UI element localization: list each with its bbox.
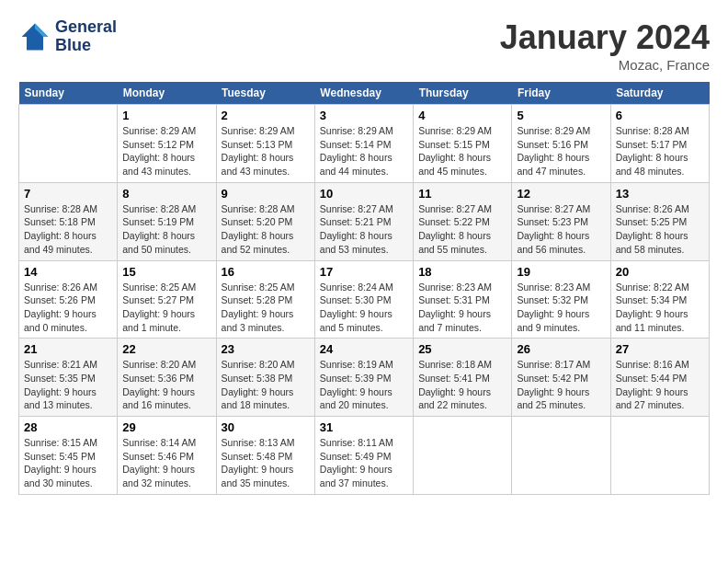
day-number: 15 [122, 265, 210, 279]
day-info: Sunrise: 8:28 AMSunset: 5:19 PMDaylight:… [122, 202, 210, 257]
logo-line2: Blue [55, 37, 117, 55]
calendar-cell: 25Sunrise: 8:18 AMSunset: 5:41 PMDayligh… [414, 339, 512, 417]
calendar-cell [414, 417, 512, 495]
day-number: 6 [616, 109, 704, 122]
calendar-cell [610, 417, 709, 495]
calendar-cell: 24Sunrise: 8:19 AMSunset: 5:39 PMDayligh… [314, 339, 413, 417]
calendar-cell: 31Sunrise: 8:11 AMSunset: 5:49 PMDayligh… [314, 417, 413, 495]
day-info: Sunrise: 8:29 AMSunset: 5:15 PMDaylight:… [418, 124, 506, 178]
day-number: 11 [418, 187, 506, 201]
calendar-cell: 21Sunrise: 8:21 AMSunset: 5:35 PMDayligh… [19, 339, 118, 417]
day-number: 13 [616, 187, 704, 201]
day-info: Sunrise: 8:29 AMSunset: 5:13 PMDaylight:… [222, 124, 310, 178]
calendar-cell: 14Sunrise: 8:26 AMSunset: 5:26 PMDayligh… [19, 260, 118, 339]
day-info: Sunrise: 8:26 AMSunset: 5:25 PMDaylight:… [616, 202, 704, 257]
calendar-cell: 15Sunrise: 8:25 AMSunset: 5:27 PMDayligh… [118, 260, 216, 339]
day-info: Sunrise: 8:28 AMSunset: 5:20 PMDaylight:… [222, 202, 310, 257]
day-number: 8 [122, 187, 210, 201]
calendar-cell [512, 417, 610, 495]
day-info: Sunrise: 8:26 AMSunset: 5:26 PMDaylight:… [24, 281, 112, 335]
weekday-header: Saturday [610, 82, 709, 105]
location: Mozac, France [500, 57, 710, 73]
day-number: 31 [320, 420, 408, 434]
calendar-cell: 28Sunrise: 8:15 AMSunset: 5:45 PMDayligh… [19, 417, 118, 495]
day-number: 12 [517, 187, 605, 201]
weekday-header: Tuesday [216, 82, 314, 105]
day-number: 3 [320, 109, 408, 122]
day-info: Sunrise: 8:28 AMSunset: 5:17 PMDaylight:… [616, 124, 704, 178]
day-number: 22 [122, 342, 210, 356]
calendar-cell: 22Sunrise: 8:20 AMSunset: 5:36 PMDayligh… [118, 339, 216, 417]
day-number: 1 [122, 109, 210, 122]
weekday-header: Monday [118, 82, 216, 105]
weekday-header: Thursday [414, 82, 512, 105]
day-info: Sunrise: 8:18 AMSunset: 5:41 PMDaylight:… [418, 358, 506, 412]
calendar-cell: 13Sunrise: 8:26 AMSunset: 5:25 PMDayligh… [610, 182, 709, 260]
weekday-header-row: SundayMondayTuesdayWednesdayThursdayFrid… [19, 82, 710, 105]
calendar-week-row: 1Sunrise: 8:29 AMSunset: 5:12 PMDaylight… [19, 105, 710, 183]
day-number: 10 [320, 187, 408, 201]
day-info: Sunrise: 8:20 AMSunset: 5:38 PMDaylight:… [222, 358, 310, 412]
day-info: Sunrise: 8:13 AMSunset: 5:48 PMDaylight:… [222, 436, 310, 490]
calendar-cell: 11Sunrise: 8:27 AMSunset: 5:22 PMDayligh… [414, 182, 512, 260]
calendar-cell: 27Sunrise: 8:16 AMSunset: 5:44 PMDayligh… [610, 339, 709, 417]
day-info: Sunrise: 8:29 AMSunset: 5:12 PMDaylight:… [122, 124, 210, 178]
logo-line1: General [55, 18, 117, 37]
day-info: Sunrise: 8:29 AMSunset: 5:16 PMDaylight:… [517, 124, 605, 178]
day-info: Sunrise: 8:16 AMSunset: 5:44 PMDaylight:… [616, 358, 704, 412]
calendar-cell: 30Sunrise: 8:13 AMSunset: 5:48 PMDayligh… [216, 417, 314, 495]
calendar-cell: 18Sunrise: 8:23 AMSunset: 5:31 PMDayligh… [414, 260, 512, 339]
weekday-header: Sunday [19, 82, 118, 105]
calendar-cell: 29Sunrise: 8:14 AMSunset: 5:46 PMDayligh… [118, 417, 216, 495]
logo-text: General Blue [55, 18, 117, 55]
day-number: 2 [222, 109, 310, 122]
day-number: 4 [418, 109, 506, 122]
calendar-cell: 12Sunrise: 8:27 AMSunset: 5:23 PMDayligh… [512, 182, 610, 260]
day-info: Sunrise: 8:17 AMSunset: 5:42 PMDaylight:… [517, 358, 605, 412]
calendar-cell: 10Sunrise: 8:27 AMSunset: 5:21 PMDayligh… [314, 182, 413, 260]
calendar-cell: 8Sunrise: 8:28 AMSunset: 5:19 PMDaylight… [118, 182, 216, 260]
page-header: General Blue January 2024 Mozac, France [18, 18, 710, 73]
calendar-week-row: 14Sunrise: 8:26 AMSunset: 5:26 PMDayligh… [19, 260, 710, 339]
day-info: Sunrise: 8:23 AMSunset: 5:31 PMDaylight:… [418, 281, 506, 335]
logo: General Blue [18, 18, 117, 55]
title-block: January 2024 Mozac, France [500, 18, 710, 73]
day-number: 24 [320, 342, 408, 356]
day-number: 7 [24, 187, 112, 201]
day-number: 21 [24, 342, 112, 356]
day-number: 26 [517, 342, 605, 356]
calendar-cell: 5Sunrise: 8:29 AMSunset: 5:16 PMDaylight… [512, 105, 610, 183]
day-info: Sunrise: 8:27 AMSunset: 5:23 PMDaylight:… [517, 202, 605, 257]
calendar-cell: 4Sunrise: 8:29 AMSunset: 5:15 PMDaylight… [414, 105, 512, 183]
calendar-cell: 20Sunrise: 8:22 AMSunset: 5:34 PMDayligh… [610, 260, 709, 339]
calendar-cell: 2Sunrise: 8:29 AMSunset: 5:13 PMDaylight… [216, 105, 314, 183]
day-info: Sunrise: 8:27 AMSunset: 5:21 PMDaylight:… [320, 202, 408, 257]
day-number: 23 [222, 342, 310, 356]
day-number: 17 [320, 265, 408, 279]
calendar: SundayMondayTuesdayWednesdayThursdayFrid… [18, 82, 710, 495]
day-info: Sunrise: 8:11 AMSunset: 5:49 PMDaylight:… [320, 436, 408, 490]
day-number: 5 [517, 109, 605, 122]
calendar-cell: 16Sunrise: 8:25 AMSunset: 5:28 PMDayligh… [216, 260, 314, 339]
day-info: Sunrise: 8:22 AMSunset: 5:34 PMDaylight:… [616, 281, 704, 335]
calendar-cell: 23Sunrise: 8:20 AMSunset: 5:38 PMDayligh… [216, 339, 314, 417]
day-number: 28 [24, 420, 112, 434]
day-number: 14 [24, 265, 112, 279]
day-info: Sunrise: 8:21 AMSunset: 5:35 PMDaylight:… [24, 358, 112, 412]
day-info: Sunrise: 8:25 AMSunset: 5:28 PMDaylight:… [222, 281, 310, 335]
day-info: Sunrise: 8:25 AMSunset: 5:27 PMDaylight:… [122, 281, 210, 335]
day-number: 16 [222, 265, 310, 279]
day-number: 9 [222, 187, 310, 201]
day-number: 30 [222, 420, 310, 434]
day-number: 18 [418, 265, 506, 279]
day-info: Sunrise: 8:28 AMSunset: 5:18 PMDaylight:… [24, 202, 112, 257]
weekday-header: Wednesday [314, 82, 413, 105]
day-number: 29 [122, 420, 210, 434]
day-info: Sunrise: 8:15 AMSunset: 5:45 PMDaylight:… [24, 436, 112, 490]
calendar-cell: 3Sunrise: 8:29 AMSunset: 5:14 PMDaylight… [314, 105, 413, 183]
month-title: January 2024 [500, 18, 710, 57]
calendar-week-row: 21Sunrise: 8:21 AMSunset: 5:35 PMDayligh… [19, 339, 710, 417]
day-info: Sunrise: 8:19 AMSunset: 5:39 PMDaylight:… [320, 358, 408, 412]
calendar-week-row: 7Sunrise: 8:28 AMSunset: 5:18 PMDaylight… [19, 182, 710, 260]
day-number: 20 [616, 265, 704, 279]
